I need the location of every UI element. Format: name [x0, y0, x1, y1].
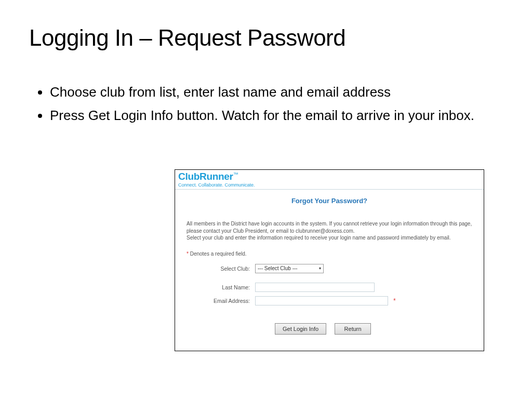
get-login-info-button[interactable]: Get Login Info: [275, 323, 326, 335]
forgot-password-panel: ClubRunner™ Connect. Collaborate. Commun…: [175, 169, 484, 351]
list-item: Choose club from list, enter last name a…: [50, 83, 476, 101]
button-row: Get Login Info Return: [187, 310, 472, 335]
trademark-icon: ™: [233, 171, 238, 177]
chevron-down-icon: ▾: [319, 266, 321, 271]
email-label: Email Address:: [187, 298, 255, 304]
select-club-dropdown[interactable]: --- Select Club --- ▾: [255, 264, 324, 273]
last-name-field[interactable]: [255, 283, 375, 292]
select-club-label: Select Club:: [187, 265, 255, 272]
email-field[interactable]: [255, 296, 388, 305]
panel-description: All members in the District have login a…: [175, 209, 484, 242]
required-field-note: * Denotes a required field.: [175, 242, 484, 257]
asterisk-icon: *: [393, 297, 396, 304]
last-name-label: Last Name:: [187, 284, 255, 290]
instruction-list: Choose club from list, enter last name a…: [50, 83, 476, 130]
form-area: Select Club: --- Select Club --- ▾ Last …: [175, 257, 484, 335]
brand-row: ClubRunner™: [175, 170, 484, 182]
brand-name: ClubRunner: [178, 171, 233, 182]
list-item: Press Get Login Info button. Watch for t…: [50, 107, 476, 125]
description-text: All members in the District have login a…: [187, 221, 472, 234]
return-button[interactable]: Return: [335, 323, 371, 335]
select-club-value: --- Select Club ---: [258, 265, 298, 271]
required-note-text: Denotes a required field.: [189, 251, 247, 257]
description-text: Select your club and enter the informati…: [187, 235, 451, 241]
brand-tagline: Connect. Collaborate. Communicate.: [175, 182, 484, 189]
panel-heading: Forgot Your Password?: [175, 190, 484, 209]
page-title: Logging In – Request Password: [29, 25, 345, 51]
